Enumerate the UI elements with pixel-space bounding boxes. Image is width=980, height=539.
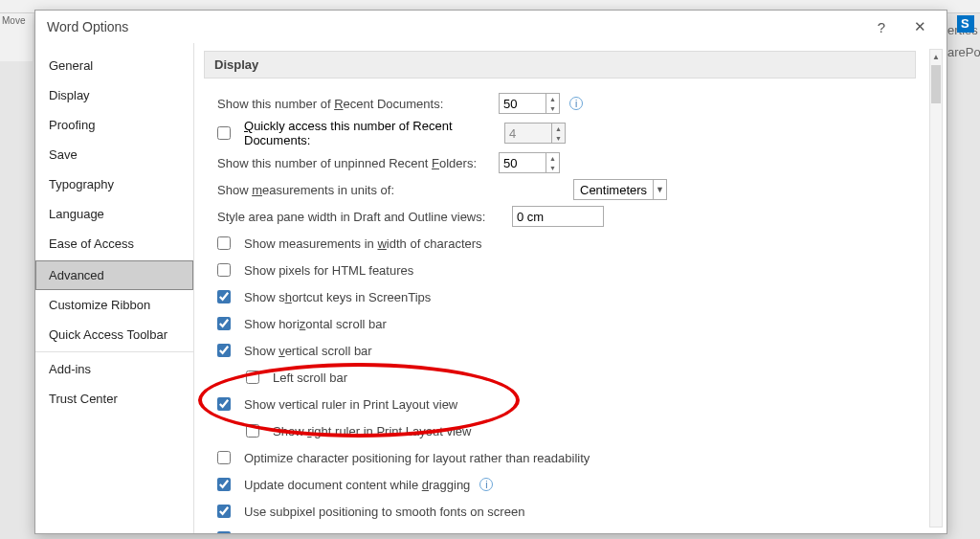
word-options-dialog: Word Options ? ✕ General Display Proofin… bbox=[34, 10, 947, 534]
optimize-label: Optimize character positioning for layou… bbox=[244, 451, 590, 465]
dragging-checkbox[interactable] bbox=[217, 478, 231, 491]
row-right-ruler: Show right ruler in Print Layout view bbox=[246, 419, 916, 442]
recent-documents-input[interactable] bbox=[500, 94, 546, 113]
shortcut-keys-checkbox[interactable] bbox=[217, 290, 231, 303]
bg-sharepoint: arePoin bbox=[947, 45, 980, 59]
row-unpinned-folders: Show this number of unpinned Recent Fold… bbox=[217, 151, 916, 174]
quick-access-label: Quickly access this number of Recent Doc… bbox=[244, 119, 497, 147]
nav-proofing[interactable]: Proofing bbox=[35, 110, 193, 140]
vruler-checkbox[interactable] bbox=[217, 397, 231, 411]
background-right: erties arePoin bbox=[947, 0, 980, 67]
display-group-header: Display bbox=[204, 51, 916, 79]
row-vscroll: Show vertical scroll bar bbox=[217, 339, 916, 362]
svg-text:S: S bbox=[961, 16, 969, 31]
chevron-down-icon[interactable]: ▼ bbox=[653, 180, 666, 199]
row-style-pane: Style area pane width in Draft and Outli… bbox=[217, 205, 916, 228]
options-nav: General Display Proofing Save Typography… bbox=[35, 43, 194, 533]
nav-ease-of-access[interactable]: Ease of Access bbox=[35, 229, 193, 258]
nav-customize-ribbon[interactable]: Customize Ribbon bbox=[35, 290, 193, 320]
background-left: Move bbox=[0, 13, 33, 61]
unpinned-folders-input[interactable] bbox=[500, 153, 546, 172]
right-ruler-checkbox[interactable] bbox=[246, 424, 259, 438]
row-recent-documents: Show this number of Recent Documents: ▲▼… bbox=[217, 92, 916, 115]
left-scroll-label: Left scroll bar bbox=[273, 371, 347, 385]
vscroll-label: Show vertical scroll bar bbox=[244, 344, 372, 358]
sharepoint-icon: S bbox=[957, 15, 974, 33]
recent-documents-spinner[interactable]: ▲▼ bbox=[499, 93, 560, 114]
help-button[interactable]: ? bbox=[862, 13, 901, 40]
hscroll-checkbox[interactable] bbox=[217, 317, 231, 330]
nav-quick-access-toolbar[interactable]: Quick Access Toolbar bbox=[35, 320, 193, 349]
unpinned-folders-label: Show this number of unpinned Recent Fold… bbox=[217, 156, 491, 170]
measurements-label: Show measurements in units of: bbox=[217, 183, 491, 197]
popup-checkbox[interactable] bbox=[217, 531, 231, 533]
right-ruler-label: Show right ruler in Print Layout view bbox=[273, 424, 471, 438]
row-measurements: Show measurements in units of: Centimete… bbox=[217, 178, 916, 201]
nav-typography[interactable]: Typography bbox=[35, 169, 193, 199]
row-left-scroll: Left scroll bar bbox=[246, 366, 916, 389]
nav-trust-center[interactable]: Trust Center bbox=[35, 384, 193, 414]
hscroll-label: Show horizontal scroll bar bbox=[244, 317, 387, 331]
row-subpixel: Use subpixel positioning to smooth fonts… bbox=[217, 500, 916, 523]
width-chars-checkbox[interactable] bbox=[217, 236, 231, 250]
quick-access-input bbox=[505, 124, 551, 143]
close-button[interactable]: ✕ bbox=[901, 13, 939, 40]
nav-save[interactable]: Save bbox=[35, 140, 193, 169]
subpixel-label: Use subpixel positioning to smooth fonts… bbox=[244, 505, 524, 519]
row-pixels-html: Show pixels for HTML features bbox=[217, 258, 916, 281]
vertical-scrollbar[interactable]: ▲ bbox=[929, 49, 943, 528]
popup-label: Show pop-up buttons for adding rows and … bbox=[244, 531, 574, 534]
pixels-html-checkbox[interactable] bbox=[217, 263, 231, 277]
row-vruler: Show vertical ruler in Print Layout view bbox=[217, 393, 916, 415]
dragging-label: Update document content while dragging bbox=[244, 478, 470, 492]
row-dragging: Update document content while dragging i bbox=[217, 473, 916, 496]
titlebar: Word Options ? ✕ bbox=[35, 11, 947, 43]
content-pane: Display Show this number of Recent Docum… bbox=[194, 43, 925, 533]
row-optimize: Optimize character positioning for layou… bbox=[217, 446, 916, 469]
vruler-label: Show vertical ruler in Print Layout view bbox=[244, 397, 457, 412]
dialog-title: Word Options bbox=[43, 19, 862, 34]
measurements-combo[interactable]: Centimeters ▼ bbox=[573, 179, 667, 200]
nav-add-ins[interactable]: Add-ins bbox=[35, 351, 193, 384]
optimize-checkbox[interactable] bbox=[217, 451, 231, 464]
scroll-up-icon[interactable]: ▲ bbox=[930, 50, 942, 63]
spinner-arrows-disabled: ▲▼ bbox=[551, 124, 565, 143]
row-hscroll: Show horizontal scroll bar bbox=[217, 312, 916, 335]
nav-advanced[interactable]: Advanced bbox=[35, 260, 193, 290]
info-icon[interactable]: i bbox=[479, 478, 493, 491]
row-popup: Show pop-up buttons for adding rows and … bbox=[217, 527, 916, 533]
nav-display[interactable]: Display bbox=[35, 80, 193, 110]
unpinned-folders-spinner[interactable]: ▲▼ bbox=[499, 152, 560, 173]
spinner-arrows[interactable]: ▲▼ bbox=[546, 153, 559, 172]
shortcut-keys-label: Show shortcut keys in ScreenTips bbox=[244, 290, 431, 304]
pixels-html-label: Show pixels for HTML features bbox=[244, 263, 413, 278]
info-icon[interactable]: i bbox=[569, 97, 583, 110]
row-width-chars: Show measurements in width of characters bbox=[217, 232, 916, 255]
scrollbar-thumb[interactable] bbox=[931, 65, 941, 103]
nav-general[interactable]: General bbox=[35, 51, 193, 80]
nav-language[interactable]: Language bbox=[35, 199, 193, 229]
left-scroll-checkbox[interactable] bbox=[246, 371, 259, 384]
row-shortcut-keys: Show shortcut keys in ScreenTips bbox=[217, 285, 916, 308]
recent-documents-label: Show this number of Recent Documents: bbox=[217, 97, 491, 111]
vscroll-checkbox[interactable] bbox=[217, 344, 231, 357]
subpixel-checkbox[interactable] bbox=[217, 505, 231, 518]
row-quick-access: Quickly access this number of Recent Doc… bbox=[217, 119, 916, 147]
spinner-arrows[interactable]: ▲▼ bbox=[546, 94, 559, 113]
style-pane-input[interactable] bbox=[512, 206, 604, 227]
style-pane-label: Style area pane width in Draft and Outli… bbox=[217, 210, 504, 224]
quick-access-checkbox[interactable] bbox=[217, 126, 231, 140]
options-content: Display Show this number of Recent Docum… bbox=[194, 43, 947, 533]
width-chars-label: Show measurements in width of characters bbox=[244, 236, 482, 251]
quick-access-spinner: ▲▼ bbox=[504, 123, 566, 144]
measurements-value: Centimeters bbox=[574, 183, 653, 197]
